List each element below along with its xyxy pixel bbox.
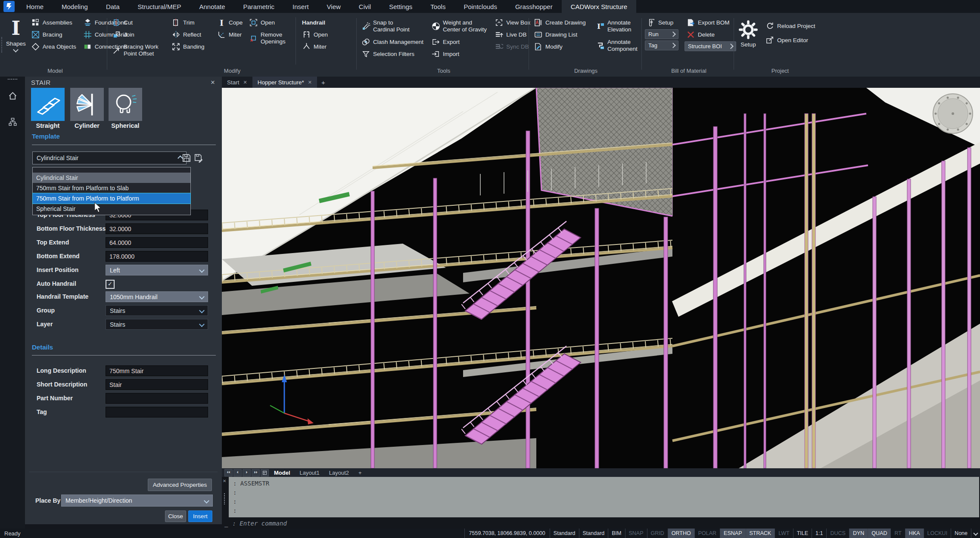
advanced-properties-button[interactable]: Advanced Properties bbox=[148, 479, 212, 491]
status-toggle[interactable]: QUAD bbox=[868, 529, 890, 538]
annotate-component-button[interactable]: AnnotateComponent bbox=[594, 37, 637, 55]
menu-item[interactable]: Pointclouds bbox=[454, 0, 506, 13]
status-toggle[interactable]: STRACK bbox=[746, 529, 775, 538]
stair-type-straight[interactable] bbox=[31, 88, 65, 121]
app-logo-icon[interactable] bbox=[3, 1, 15, 12]
sync-db-button[interactable]: Sync DB bbox=[493, 41, 531, 52]
layout-list-button[interactable] bbox=[261, 469, 269, 476]
cope-button[interactable]: ICope bbox=[215, 17, 243, 28]
bracing-work-point-offset-button[interactable]: Bracing WorkPoint Offset bbox=[110, 41, 165, 59]
next-layout-button[interactable]: ⏵ bbox=[243, 469, 251, 476]
import-button[interactable]: Import bbox=[429, 49, 488, 59]
status-toggle[interactable]: HKA bbox=[905, 529, 924, 538]
stair-type-spherical[interactable] bbox=[109, 88, 142, 121]
export-bom-button[interactable]: Export BOM bbox=[684, 17, 733, 28]
tab-layout1[interactable]: Layout1 bbox=[296, 470, 324, 476]
home-view-button[interactable] bbox=[6, 90, 19, 102]
menu-item[interactable]: View bbox=[318, 0, 350, 13]
save-template-as-icon[interactable] bbox=[194, 153, 203, 163]
close-icon[interactable] bbox=[223, 479, 226, 483]
export-button[interactable]: Export bbox=[429, 37, 488, 47]
shapes-button[interactable]: I Shapes bbox=[6, 15, 26, 52]
reload-project-button[interactable]: Reload Project bbox=[764, 21, 817, 31]
command-history[interactable]: : ASSEMSTR : : : bbox=[229, 477, 979, 517]
tab-model-space[interactable]: Model bbox=[270, 470, 295, 476]
reflect-button[interactable]: Reflect bbox=[170, 29, 211, 40]
first-layout-button[interactable]: ⏴⏴ bbox=[224, 469, 233, 476]
menu-item[interactable]: Home bbox=[17, 0, 53, 13]
status-toggle[interactable]: SNAP bbox=[625, 529, 647, 538]
annotate-elevation-button[interactable]: IAnnotateElevation bbox=[594, 17, 637, 35]
menu-item[interactable]: Annotate bbox=[190, 0, 234, 13]
status-toggle[interactable]: BIM bbox=[608, 529, 625, 538]
create-drawing-button[interactable]: Create Drawing bbox=[532, 17, 590, 28]
close-button[interactable]: Close bbox=[165, 510, 186, 522]
status-toggle[interactable]: ESNAP bbox=[720, 529, 745, 538]
stair-type-cylinder[interactable] bbox=[70, 88, 104, 121]
open-editor-button[interactable]: Open Editor bbox=[764, 35, 817, 46]
clash-management-button[interactable]: Clash Management bbox=[360, 37, 425, 47]
ribbon-grip-icon[interactable] bbox=[1, 37, 5, 53]
handrail-miter-button[interactable]: Miter bbox=[300, 41, 337, 52]
long-description-input[interactable]: 750mm Stair bbox=[106, 365, 208, 376]
template-combo[interactable]: Cylindrical Stair bbox=[32, 152, 187, 164]
status-toggle[interactable]: 1:1 bbox=[812, 529, 826, 538]
remove-openings-button[interactable]: RemoveOpenings bbox=[247, 29, 291, 47]
drag-handle-icon[interactable] bbox=[224, 493, 225, 504]
menu-item[interactable]: Grasshopper bbox=[506, 0, 562, 13]
top-extend-input[interactable]: 64.0000 bbox=[106, 237, 208, 248]
status-toggle[interactable]: Standard bbox=[579, 529, 608, 538]
prev-layout-button[interactable]: ⏴ bbox=[233, 469, 242, 476]
status-toggle[interactable]: None bbox=[951, 529, 971, 538]
selection-filters-button[interactable]: Selection Filters bbox=[360, 49, 425, 59]
assemblies-button[interactable]: Assemblies bbox=[29, 17, 78, 28]
handrail-template-select[interactable]: 1050mm Handrail bbox=[106, 291, 208, 302]
menu-item[interactable]: Settings bbox=[380, 0, 421, 13]
model-3d-viewport[interactable] bbox=[222, 88, 980, 468]
status-toggle[interactable]: Standard bbox=[550, 529, 579, 538]
snap-to-cardinal-point-button[interactable]: Snap toCardinal Point bbox=[360, 17, 425, 35]
status-toggle[interactable]: RT bbox=[890, 529, 905, 538]
status-toggle[interactable]: DUCS bbox=[826, 529, 849, 538]
miter-button[interactable]: Miter bbox=[215, 29, 243, 40]
bom-tag-button[interactable]: Tag bbox=[645, 40, 678, 50]
drawing-list-button[interactable]: Drawing List bbox=[532, 29, 590, 40]
join-button[interactable]: Join bbox=[110, 29, 165, 40]
bottom-floor-thickness-input[interactable]: 32.0000 bbox=[106, 223, 208, 234]
trim-button[interactable]: Trim bbox=[170, 17, 211, 28]
tab-hopper-structure[interactable]: Hopper Structure* bbox=[252, 77, 317, 88]
template-option[interactable]: 750mm Stair from Platform to Slab bbox=[33, 183, 190, 193]
place-by-select[interactable]: Member/Height/Direction bbox=[61, 495, 213, 507]
status-toggle[interactable]: POLAR bbox=[694, 529, 720, 538]
structure-bom-button[interactable]: Structure BOI bbox=[684, 41, 736, 51]
banding-button[interactable]: Banding bbox=[170, 41, 211, 52]
tag-input[interactable] bbox=[106, 407, 208, 417]
template-option[interactable]: Cylindrical Stair bbox=[33, 173, 190, 183]
pipe-flange[interactable] bbox=[933, 94, 973, 133]
menu-item[interactable]: Civil bbox=[350, 0, 380, 13]
menu-item[interactable]: Parametric bbox=[234, 0, 284, 13]
status-menu-button[interactable] bbox=[971, 529, 980, 538]
new-layout-button[interactable]: + bbox=[354, 470, 366, 476]
tab-start[interactable]: Start bbox=[222, 77, 252, 88]
save-template-icon[interactable] bbox=[182, 153, 191, 163]
status-toggle[interactable]: ORTHO bbox=[668, 529, 694, 538]
area-objects-button[interactable]: Area Objects bbox=[29, 41, 78, 52]
close-icon[interactable] bbox=[243, 80, 247, 85]
auto-handrail-checkbox[interactable]: ✓ bbox=[106, 280, 115, 289]
close-icon[interactable] bbox=[308, 80, 312, 85]
template-option[interactable]: Spherical Stair bbox=[33, 204, 190, 214]
insert-button[interactable]: Insert bbox=[188, 510, 212, 522]
bracing-button[interactable]: Bracing bbox=[29, 29, 78, 40]
command-input[interactable]: _ : Enter command bbox=[222, 518, 980, 529]
panel-dock-handle[interactable] bbox=[8, 79, 17, 80]
cut-button[interactable]: Cut bbox=[110, 17, 165, 28]
bom-setup-button[interactable]: Setup bbox=[645, 17, 680, 28]
short-description-input[interactable]: Stair bbox=[106, 379, 208, 390]
menu-item[interactable]: Tools bbox=[421, 0, 454, 13]
bottom-extend-input[interactable]: 178.0000 bbox=[106, 251, 208, 262]
insert-position-select[interactable]: Left bbox=[106, 265, 208, 275]
tab-layout2[interactable]: Layout2 bbox=[325, 470, 353, 476]
panel-close-icon[interactable] bbox=[209, 78, 217, 86]
menu-item[interactable]: Data bbox=[97, 0, 129, 13]
